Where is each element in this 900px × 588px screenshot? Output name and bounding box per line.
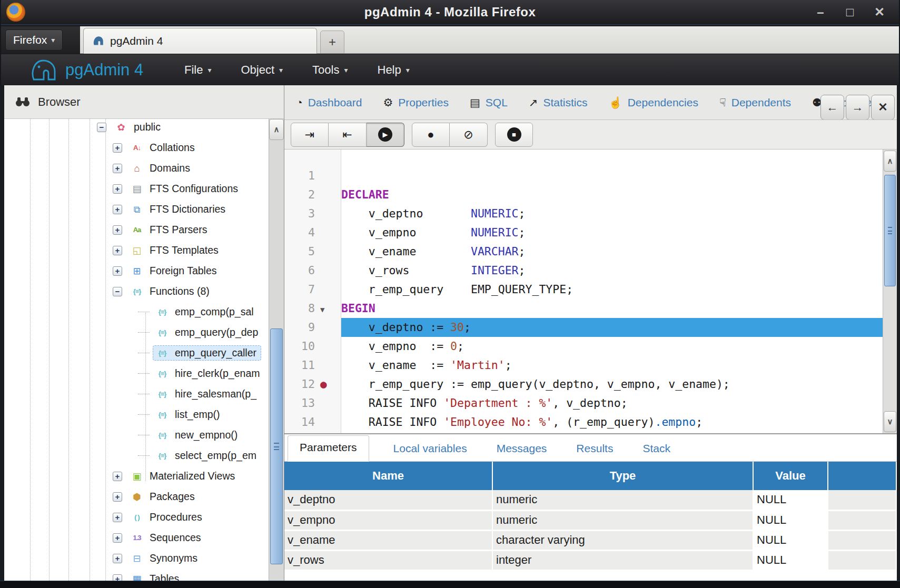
tree-item-hire-clerk-p-enam[interactable]: {≡}hire_clerk(p_enam [4,363,284,384]
tree-item-new-empno[interactable]: {≡}new_empno() [4,425,284,445]
tree-expand-toggle[interactable]: + [113,164,122,173]
tree-item-collations[interactable]: +A↓Collations [4,137,284,158]
tree-item-body: A↓Collations [127,140,200,155]
tree-item-fts-parsers[interactable]: +AaFTS Parsers [4,220,284,240]
breakpoint-icon[interactable]: ● [320,378,327,391]
firefox-menu-button[interactable]: Firefox ▾ [5,29,63,51]
tree-expand-toggle[interactable]: − [113,287,122,296]
step-into-button[interactable]: ⇥ [291,123,329,147]
tab-properties[interactable]: ⚙Properties [383,96,449,109]
object-tree[interactable]: −✿public+A↓Collations+⌂Domains+▤FTS Conf… [4,119,284,581]
gutter-marker[interactable] [315,280,341,299]
gutter-marker[interactable] [315,185,341,204]
gutter-marker[interactable]: ▼ [315,299,341,318]
tree-item-label: select_emp(p_em [175,450,256,462]
panel-tab-results[interactable]: Results [571,437,618,461]
tree-item-packages[interactable]: +⬢Packages [4,486,284,507]
editor-scroll-up-button[interactable]: ∧ [884,151,896,172]
tree-expand-toggle[interactable]: + [113,492,122,502]
sidebar-scrollbar-thumb[interactable] [270,328,283,564]
tree-item-foreign-tables[interactable]: +⊞Foreign Tables [4,261,284,281]
tree-item-tables[interactable]: +▦Tables [4,569,284,581]
gutter-marker[interactable] [315,223,341,242]
continue-button[interactable]: ▶ [367,123,404,147]
gutter-marker[interactable] [315,394,341,413]
tree-expand-toggle[interactable]: + [113,205,122,214]
editor-scroll-down-button[interactable]: ∨ [884,411,896,432]
tree-expand-toggle[interactable]: + [113,472,122,481]
tree-item-functions-8[interactable]: −{≡}Functions (8) [4,281,284,302]
tab-dashboard[interactable]: ◔Dashboard [296,96,362,109]
tree-item-fts-configurations[interactable]: +▤FTS Configurations [4,178,284,199]
tree-item-fts-templates[interactable]: +◱FTS Templates [4,240,284,261]
sidebar-scrollbar[interactable]: ∧ [269,119,284,581]
editor-scrollbar-thumb[interactable] [884,175,896,286]
tree-expand-toggle[interactable]: + [113,225,122,235]
menu-tools[interactable]: Tools▾ [312,63,348,77]
step-over-button[interactable]: ⇤ [329,123,367,147]
new-tab-button[interactable]: + [320,31,344,54]
table-row-v-ename[interactable]: v_enamecharacter varyingNULL [284,530,896,550]
tab-dependents[interactable]: ☟Dependents [719,96,791,109]
tree-expand-toggle[interactable]: + [113,513,122,522]
table-row-v-deptno[interactable]: v_deptnonumericNULL [284,490,896,510]
panel-tab-messages[interactable]: Messages [491,437,552,461]
tree-item-emp-query-caller[interactable]: {≡}emp_query_caller [4,343,284,363]
tree-item-materialized-views[interactable]: +▣Materialized Views [4,466,284,486]
tree-item-emp-comp-p-sal[interactable]: {≡}emp_comp(p_sal [4,302,284,322]
tree-item-domains[interactable]: +⌂Domains [4,158,284,178]
tree-item-public[interactable]: −✿public [4,119,284,137]
tree-item-select-emp-p-em[interactable]: {≡}select_emp(p_em [4,445,284,466]
gutter-marker[interactable] [315,413,341,432]
close-button[interactable]: ✕ [872,4,887,20]
tab-statistics[interactable]: ↗Statistics [529,96,588,109]
gutter-marker[interactable] [315,337,341,356]
panel-tab-parameters[interactable]: Parameters [288,435,369,462]
gutter-marker[interactable] [315,242,341,261]
tab-sql[interactable]: ▤SQL [470,96,508,109]
menu-help[interactable]: Help▾ [378,63,410,77]
tree-item-sequences[interactable]: +1.3Sequences [4,527,284,548]
code-editor[interactable]: 12DECLARE3 v_deptno NUMERIC;4 v_empno NU… [284,150,897,433]
menu-file[interactable]: File▾ [184,63,211,77]
gutter-marker[interactable] [315,318,341,337]
gutter-marker[interactable]: ● [315,375,341,394]
maximize-button[interactable]: □ [842,4,858,20]
tree-expand-toggle[interactable]: − [97,123,106,132]
tab-dependencies[interactable]: ☝Dependencies [608,96,698,109]
tree-item-emp-query-p-dep[interactable]: {≡}emp_query(p_dep [4,322,284,343]
gutter-marker[interactable] [315,166,341,185]
gutter-marker[interactable] [315,261,341,280]
stop-button[interactable]: ■ [495,123,533,147]
tree-item-list-emp[interactable]: {≡}list_emp() [4,404,284,425]
tree-item-synonyms[interactable]: +⊟Synonyms [4,548,284,569]
panel-tab-local-variables[interactable]: Local variables [388,437,472,461]
panel-tab-stack[interactable]: Stack [637,437,676,461]
toggle-breakpoint-button[interactable]: ● [412,123,450,147]
tree-expand-toggle[interactable]: + [113,143,122,153]
tree-expand-toggle[interactable]: + [113,533,122,543]
clear-breakpoints-button[interactable]: ⊘ [450,123,488,147]
browser-tab-pgadmin[interactable]: pgAdmin 4 [83,28,317,54]
tree-expand-toggle[interactable]: + [113,184,122,194]
fold-marker-icon[interactable]: ▼ [320,305,324,314]
menu-object[interactable]: Object▾ [241,63,283,77]
browser-panel-title: Browser [38,95,81,109]
tab-close-button[interactable]: ✕ [871,95,895,120]
tree-expand-toggle[interactable]: + [113,246,122,255]
tree-item-hire-salesman-p[interactable]: {≡}hire_salesman(p_ [4,384,284,404]
tree-expand-toggle[interactable]: + [113,574,122,581]
scroll-up-button[interactable]: ∧ [269,119,284,140]
tree-item-procedures[interactable]: +( )Procedures [4,507,284,527]
minimize-button[interactable]: – [813,4,828,20]
editor-scrollbar[interactable]: ∧ ∨ [883,150,897,433]
tree-item-fts-dictionaries[interactable]: +⧉FTS Dictionaries [4,199,284,220]
gutter-marker[interactable] [315,204,341,223]
table-row-v-rows[interactable]: v_rowsintegerNULL [284,550,896,570]
tree-expand-toggle[interactable]: + [113,266,122,276]
tab-scroll-left-button[interactable]: ← [820,95,844,120]
tree-expand-toggle[interactable]: + [113,554,122,563]
table-row-v-empno[interactable]: v_empnonumericNULL [284,510,896,530]
tab-scroll-right-button[interactable]: → [846,95,869,120]
gutter-marker[interactable] [315,356,341,375]
